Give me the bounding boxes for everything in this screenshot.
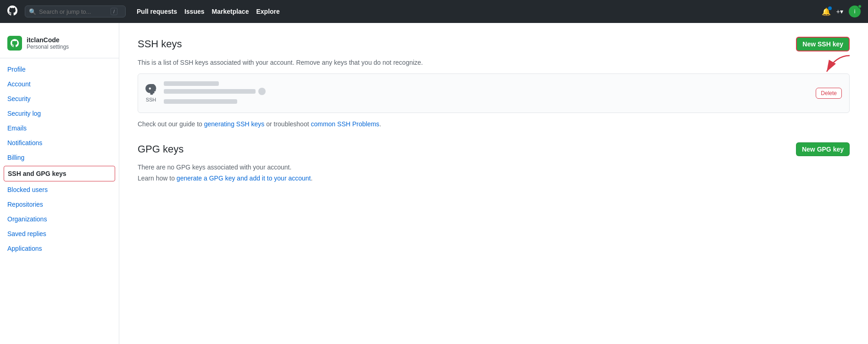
sidebar-item-blocked-users[interactable]: Blocked users — [0, 182, 119, 197]
gpg-section-title: GPG keys — [138, 143, 184, 155]
ssh-section-title: SSH keys — [138, 38, 182, 50]
new-ssh-key-button[interactable]: New SSH key — [796, 37, 850, 51]
ssh-key-details — [164, 81, 808, 105]
ssh-fp-block-2 — [258, 88, 266, 95]
sidebar-user-details: itclanCode Personal settings — [27, 36, 69, 50]
avatar-letter: i — [854, 8, 856, 15]
ssh-key-name-row — [164, 81, 808, 86]
sidebar-subtitle: Personal settings — [27, 44, 69, 50]
ssh-key-card: SSH Delete — [138, 73, 850, 113]
sidebar-item-billing[interactable]: Billing — [0, 150, 119, 165]
ssh-key-fingerprint — [164, 88, 808, 95]
sidebar-item-notifications[interactable]: Notifications — [0, 135, 119, 150]
ssh-guide-text: Check out our guide to generating SSH ke… — [138, 120, 850, 128]
navbar-right: 🔔 +▾ i — [822, 6, 861, 17]
github-logo-icon[interactable] — [7, 6, 17, 18]
notification-badge — [828, 6, 832, 10]
sidebar-item-applications[interactable]: Applications — [0, 241, 119, 256]
ssh-key-name-blur — [164, 81, 219, 86]
main-nav: Pull requests Issues Marketplace Explore — [137, 8, 280, 15]
ssh-keys-section: SSH keys New SSH key This is a list of S — [138, 37, 850, 128]
sidebar-item-security[interactable]: Security — [0, 91, 119, 106]
ssh-fp-block-3 — [164, 99, 237, 104]
nav-marketplace[interactable]: Marketplace — [212, 8, 249, 15]
navbar: 🔍 / Pull requests Issues Marketplace Exp… — [0, 0, 868, 23]
ssh-label: SSH — [146, 97, 156, 102]
sidebar-item-account[interactable]: Account — [0, 77, 119, 91]
guide-middle: or troubleshoot — [264, 120, 311, 128]
guide-prefix: Check out our guide to — [138, 120, 204, 128]
ssh-key-icon: SSH — [145, 84, 156, 102]
sidebar: itclanCode Personal settings Profile Acc… — [0, 23, 119, 344]
avatar-status-badge — [858, 5, 862, 8]
search-icon: 🔍 — [29, 8, 36, 15]
nav-pull-requests[interactable]: Pull requests — [137, 8, 177, 15]
new-ssh-btn-wrapper: New SSH key — [796, 37, 850, 51]
main-content: SSH keys New SSH key This is a list of S — [119, 23, 868, 344]
sidebar-item-profile[interactable]: Profile — [0, 62, 119, 77]
search-bar[interactable]: 🔍 / — [25, 6, 126, 17]
search-slash: / — [111, 8, 117, 15]
guide-suffix: . — [379, 120, 381, 128]
ssh-description: This is a list of SSH keys associated wi… — [138, 59, 850, 66]
nav-explore[interactable]: Explore — [256, 8, 279, 15]
search-input[interactable] — [39, 8, 108, 15]
gpg-learn-text: Learn how to generate a GPG key and add … — [138, 175, 850, 182]
gpg-section-header: GPG keys New GPG key — [138, 142, 850, 156]
gpg-learn-prefix: Learn how to — [138, 175, 177, 182]
generating-ssh-keys-link[interactable]: generating SSH keys — [204, 120, 265, 128]
sidebar-item-saved-replies[interactable]: Saved replies — [0, 226, 119, 241]
gpg-keys-section: GPG keys New GPG key There are no GPG ke… — [138, 142, 850, 182]
sidebar-avatar — [7, 36, 22, 51]
ssh-fp-block-1 — [164, 89, 256, 94]
nav-issues[interactable]: Issues — [184, 8, 205, 15]
generate-gpg-key-link[interactable]: generate a GPG key and add it to your ac… — [177, 175, 311, 182]
sidebar-item-ssh-gpg-keys[interactable]: SSH and GPG keys — [4, 166, 115, 181]
sidebar-item-emails[interactable]: Emails — [0, 121, 119, 135]
notifications-icon[interactable]: 🔔 — [822, 7, 831, 16]
sidebar-username: itclanCode — [27, 36, 69, 44]
new-item-button[interactable]: +▾ — [836, 8, 843, 15]
gpg-no-keys-text: There are no GPG keys associated with yo… — [138, 164, 850, 171]
sidebar-item-organizations[interactable]: Organizations — [0, 212, 119, 226]
common-ssh-problems-link[interactable]: common SSH Problems — [311, 120, 379, 128]
sidebar-user-info: itclanCode Personal settings — [0, 32, 119, 58]
gpg-learn-suffix: . — [311, 175, 312, 182]
page-layout: itclanCode Personal settings Profile Acc… — [0, 23, 868, 344]
new-gpg-key-button[interactable]: New GPG key — [796, 142, 850, 156]
delete-ssh-key-button[interactable]: Delete — [816, 88, 842, 99]
sidebar-item-repositories[interactable]: Repositories — [0, 197, 119, 212]
sidebar-item-security-log[interactable]: Security log — [0, 106, 119, 121]
ssh-section-header: SSH keys New SSH key — [138, 37, 850, 51]
ssh-key-date-row — [164, 98, 808, 105]
avatar[interactable]: i — [849, 6, 861, 17]
